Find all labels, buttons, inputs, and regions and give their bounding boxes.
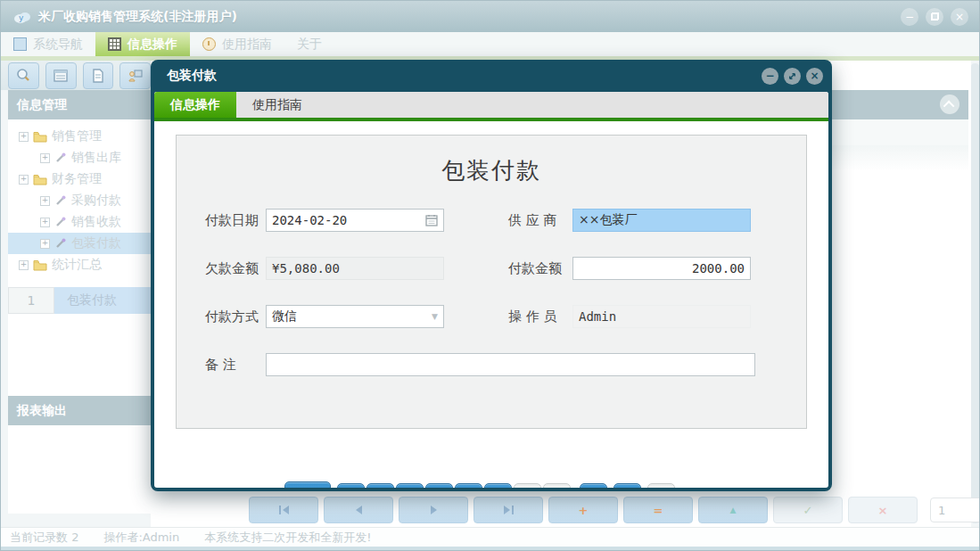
page-number: 1 <box>938 504 945 517</box>
app-logo-icon: y <box>13 10 31 24</box>
dialog-tab-info-operation[interactable]: 信息操作 <box>154 92 236 118</box>
expander-icon[interactable]: + <box>40 218 50 227</box>
supplier-field[interactable]: ××包装厂 <box>572 209 751 232</box>
first-record-button[interactable] <box>249 497 318 523</box>
dropdown-arrow-icon: ▼ <box>432 312 438 321</box>
tree-item-sales-mgmt[interactable]: + 销售管理 <box>8 126 151 147</box>
tab-info-operation[interactable]: 信息操作 <box>95 32 190 56</box>
close-button[interactable]: × <box>951 8 968 26</box>
last-icon <box>504 506 510 514</box>
calendar-icon[interactable] <box>424 213 439 227</box>
minimize-button[interactable]: − <box>901 8 918 26</box>
grid-icon <box>108 37 121 51</box>
delete-record-button[interactable]: = <box>455 483 482 488</box>
next-record-button[interactable] <box>396 483 424 488</box>
main-tab-bar: 系统导航 信息操作 使用指南 关于 <box>1 32 979 56</box>
execute-button[interactable] <box>647 483 675 488</box>
tab-label: 关于 <box>297 37 322 53</box>
pay-date-input[interactable] <box>266 209 444 232</box>
edit-record-button[interactable]: ▲ <box>698 497 768 523</box>
insert-record-button[interactable]: + <box>548 497 618 523</box>
print-preview-button[interactable] <box>614 483 641 488</box>
post-record-button[interactable]: ✓ <box>773 497 843 523</box>
cancel-record-button[interactable]: × <box>848 497 918 523</box>
record-navigator: + = ▲ ✓ × 1 ▼ <box>249 497 980 523</box>
tab-label: 使用指南 <box>222 37 272 53</box>
tree-item-sales-out[interactable]: + 销售出库 <box>8 147 151 169</box>
tree-label: 包装付款 <box>71 235 121 251</box>
last-icon <box>512 506 514 514</box>
last-record-button[interactable] <box>425 483 453 488</box>
form-view-icon <box>52 67 70 85</box>
vertical-scrollbar[interactable] <box>971 63 979 523</box>
dialog-maximize-button[interactable] <box>784 68 801 85</box>
supplier-label: 供 应 商 <box>508 209 557 232</box>
page-selector[interactable]: 1 ▼ <box>930 498 980 522</box>
dialog-tab-bar: 信息操作 使用指南 <box>154 92 828 118</box>
debt-amount-field: ¥5,080.00 <box>266 257 444 280</box>
delete-record-button[interactable]: = <box>623 497 693 523</box>
debt-label: 欠款金额 <box>205 257 259 280</box>
post-record-button[interactable]: ✓ <box>514 483 541 488</box>
prev-record-button[interactable] <box>366 483 394 488</box>
first-icon <box>283 506 289 514</box>
wand-icon <box>54 216 67 228</box>
dialog-title-bar[interactable]: 包装付款 − × <box>151 60 832 92</box>
section-title: 报表输出 <box>17 403 67 417</box>
cancel-record-button[interactable]: × <box>543 483 571 488</box>
tree-item-purchase-payment[interactable]: + 采购付款 <box>8 190 151 211</box>
expander-icon[interactable]: + <box>40 196 50 206</box>
restore-button[interactable] <box>926 8 943 26</box>
guide-icon <box>202 37 216 51</box>
dialog-minimize-button[interactable]: − <box>762 68 778 85</box>
first-icon <box>279 506 281 514</box>
window-title: 米厂收购销售管理系统(非注册用户) <box>38 9 237 25</box>
form-view-button[interactable] <box>45 62 77 89</box>
tab-about[interactable]: 关于 <box>284 32 334 56</box>
tree-item-finance-mgmt[interactable]: + 财务管理 <box>8 169 151 190</box>
remark-input[interactable] <box>266 353 755 376</box>
first-record-button[interactable] <box>337 483 365 488</box>
nav-tree: + 销售管理 + 销售出库 + 财务管理 + 采购付款 + 销售收款 + 包装付… <box>8 119 151 284</box>
document-button[interactable] <box>83 62 114 89</box>
folder-icon <box>33 174 47 185</box>
tab-system-nav[interactable]: 系统导航 <box>1 32 95 56</box>
expander-icon[interactable]: + <box>40 239 50 249</box>
svg-text:y: y <box>19 13 24 22</box>
operator-label: 操 作 员 <box>508 305 557 328</box>
search-button[interactable] <box>8 62 39 89</box>
title-bar: y 米厂收购销售管理系统(非注册用户) − × <box>1 1 979 32</box>
tree-item-packaging-payment[interactable]: + 包装付款 <box>8 233 151 254</box>
expander-icon[interactable]: + <box>19 175 29 185</box>
expander-icon[interactable]: + <box>19 260 29 270</box>
edit-record-button[interactable]: ▲ <box>484 483 512 488</box>
user-session-button[interactable] <box>119 62 151 89</box>
edit-icon: ▲ <box>730 506 737 514</box>
dialog-tab-user-guide[interactable]: 使用指南 <box>236 92 318 118</box>
tree-item-sales-receipt[interactable]: + 销售收款 <box>8 211 151 233</box>
tab-user-guide[interactable]: 使用指南 <box>190 32 284 56</box>
section-title: 信息管理 <box>17 97 67 111</box>
method-value: 微信 <box>272 308 297 325</box>
expander-icon[interactable]: + <box>19 132 29 142</box>
packaging-payment-dialog: 包装付款 − × 信息操作 使用指南 包装付款 <box>151 60 832 491</box>
collapse-button[interactable] <box>940 95 959 114</box>
dialog-close-button[interactable]: × <box>806 68 823 85</box>
section-header-info: 信息管理 <box>8 90 151 119</box>
print-button[interactable] <box>580 483 607 488</box>
payment-amount-input[interactable] <box>572 257 751 280</box>
record-count: 当前记录数 2 <box>10 530 78 546</box>
expander-icon[interactable]: + <box>40 153 50 163</box>
system-nav-icon <box>13 37 27 51</box>
window-list-item[interactable]: 1 包装付款 <box>8 287 151 314</box>
remark-label: 备 注 <box>205 353 236 376</box>
dialog-title: 包装付款 <box>167 68 217 84</box>
add-button[interactable]: 增加 <box>284 481 331 488</box>
search-icon <box>14 67 32 85</box>
next-record-button[interactable] <box>399 497 468 523</box>
tree-item-statistics[interactable]: + 统计汇总 <box>8 254 151 276</box>
cross-icon: × <box>878 504 888 517</box>
last-record-button[interactable] <box>474 497 543 523</box>
prev-record-button[interactable] <box>324 497 393 523</box>
payment-method-select[interactable]: 微信 ▼ <box>266 305 444 328</box>
